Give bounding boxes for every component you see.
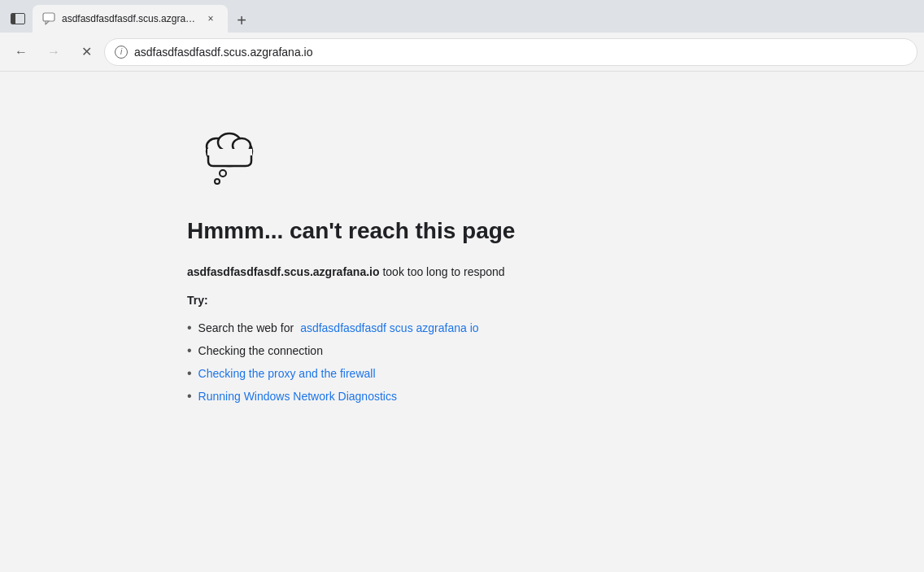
suggestion-item-connection: • Checking the connection xyxy=(187,339,515,362)
address-text: asdfasdfasdfasdf.scus.azgrafana.io xyxy=(134,46,907,59)
sidebar-toggle-button[interactable] xyxy=(3,5,33,33)
svg-point-10 xyxy=(215,179,220,184)
try-label: Try: xyxy=(187,294,515,307)
bullet-icon: • xyxy=(187,366,192,381)
site-info-icon[interactable]: i xyxy=(115,46,128,59)
forward-button[interactable]: → xyxy=(39,37,68,67)
tab-bar: asdfasdfasdfasdf.scus.azgrafana... × + xyxy=(0,0,924,33)
suggestion-search-prefix: Search the web for xyxy=(198,321,294,334)
close-reload-button[interactable]: ✕ xyxy=(72,37,101,67)
error-domain: asdfasdfasdfasdf.scus.azgrafana.io xyxy=(187,265,380,278)
suggestion-connection-text: Checking the connection xyxy=(198,344,323,357)
error-description-suffix: took too long to respond xyxy=(380,265,505,278)
nav-bar: ← → ✕ i asdfasdfasdfasdf.scus.azgrafana.… xyxy=(0,33,924,72)
error-container: Hmmm... can't reach this page asdfasdfas… xyxy=(187,120,515,408)
search-web-link[interactable]: asdfasdfasdfasdf scus azgrafana io xyxy=(300,321,478,334)
suggestions-list: • Search the web for asdfasdfasdfasdf sc… xyxy=(187,317,515,408)
thought-cloud-icon xyxy=(187,120,268,194)
error-page: Hmmm... can't reach this page asdfasdfas… xyxy=(0,72,924,572)
tab-title: asdfasdfasdfasdf.scus.azgrafana... xyxy=(62,13,197,24)
svg-marker-1 xyxy=(46,21,49,24)
suggestion-item-diagnostics: • Running Windows Network Diagnostics xyxy=(187,385,515,408)
suggestion-item-proxy: • Checking the proxy and the firewall xyxy=(187,362,515,385)
sidebar-icon xyxy=(11,13,25,24)
svg-point-9 xyxy=(220,170,226,177)
network-diagnostics-link[interactable]: Running Windows Network Diagnostics xyxy=(198,390,397,403)
suggestion-item-search: • Search the web for asdfasdfasdfasdf sc… xyxy=(187,317,515,339)
address-bar[interactable]: i asdfasdfasdfasdf.scus.azgrafana.io xyxy=(104,38,917,66)
bullet-icon: • xyxy=(187,343,192,358)
tab-close-button[interactable]: × xyxy=(203,11,218,26)
proxy-firewall-link[interactable]: Checking the proxy and the firewall xyxy=(198,367,376,380)
back-button[interactable]: ← xyxy=(7,37,36,67)
error-description: asdfasdfasdfasdf.scus.azgrafana.io took … xyxy=(187,264,515,281)
tab-favicon-icon xyxy=(42,12,55,25)
svg-rect-6 xyxy=(207,149,252,167)
active-tab[interactable]: asdfasdfasdfasdf.scus.azgrafana... × xyxy=(33,5,228,33)
bullet-icon: • xyxy=(187,389,192,404)
new-tab-button[interactable]: + xyxy=(229,8,254,33)
bullet-icon: • xyxy=(187,321,192,335)
cloud-icon-wrapper xyxy=(187,120,515,194)
error-title: Hmmm... can't reach this page xyxy=(187,218,515,244)
browser-chrome: asdfasdfasdfasdf.scus.azgrafana... × + ←… xyxy=(0,0,924,72)
svg-rect-0 xyxy=(43,13,54,21)
